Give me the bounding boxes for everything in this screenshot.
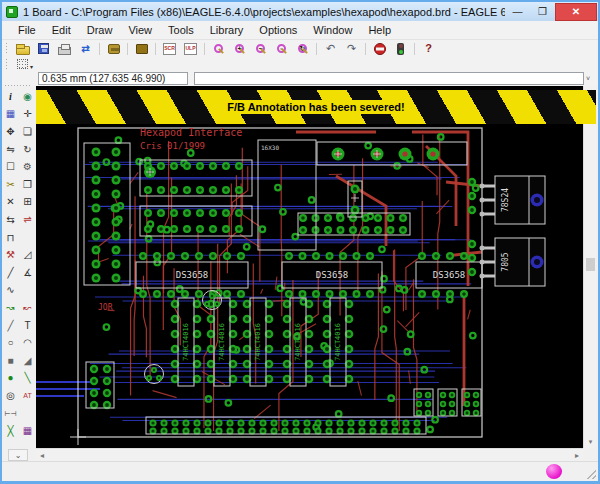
run-ulp-icon: ULP [184, 43, 197, 55]
zoom-select-button[interactable]: ▫ [271, 41, 292, 56]
tool-palette: i◉▦✛✥❏⇋↻☐⚙✂❐✕⊞⇆⇌⊓⚒◿╱∡∿↝↜╱T○◠■◢●╲◎AT⊢⊣╳▦ [2, 88, 36, 448]
tool-gateswap[interactable]: ⇌ [20, 212, 36, 227]
script-button[interactable]: SCR [159, 41, 180, 56]
tool-cut[interactable]: ✂ [3, 177, 19, 192]
tool-display[interactable]: ▦ [3, 107, 19, 122]
tool-miter[interactable]: ◿ [20, 248, 36, 263]
zoom-fit-button[interactable] [208, 41, 229, 56]
menu-item-edit[interactable]: Edit [44, 22, 79, 38]
warning-banner: F/B Annotation has been severed! [36, 90, 596, 124]
redo-button[interactable]: ↷ [341, 41, 362, 56]
tool-circle[interactable]: ○ [3, 336, 19, 351]
vertical-scroll-thumb[interactable] [586, 258, 595, 271]
window-title: 1 Board - C:\Program Files (x86)\EAGLE-6… [23, 6, 505, 18]
toolbar-drag-handle[interactable] [5, 42, 9, 55]
save-button[interactable] [33, 41, 54, 56]
tool-group[interactable]: ☐ [3, 160, 19, 175]
scroll-down-arrow[interactable]: ▾ [584, 435, 597, 448]
tool-route[interactable]: ↝ [3, 300, 19, 315]
toolbar-separator [99, 43, 100, 55]
stop-button[interactable] [369, 41, 390, 56]
status-indicator [546, 464, 562, 479]
palette-drag-handle[interactable] [4, 84, 32, 87]
tool-hole[interactable]: ◎ [3, 388, 19, 403]
close-button[interactable]: ✕ [555, 3, 597, 21]
tool-move[interactable]: ✥ [3, 124, 19, 139]
menu-item-tools[interactable]: Tools [160, 22, 202, 38]
board-canvas[interactable]: DS3658DS3658DS365874HCT401674HCT401674HC… [36, 86, 583, 448]
zoom-redraw-button[interactable]: ↻ [292, 41, 313, 56]
tool-add[interactable]: ⊞ [20, 195, 36, 210]
menu-item-draw[interactable]: Draw [79, 22, 121, 38]
command-input[interactable] [194, 72, 584, 85]
menu-item-help[interactable]: Help [360, 22, 399, 38]
tool-wire[interactable]: ╱ [3, 318, 19, 333]
zoom-in-icon: + [235, 44, 244, 53]
tool-info[interactable]: i [3, 89, 19, 104]
tool-dimension[interactable]: ⊢⊣ [3, 406, 19, 421]
maximize-button[interactable]: ❐ [530, 3, 555, 20]
tool-polygon[interactable]: ◢ [20, 353, 36, 368]
print-button[interactable] [54, 41, 75, 56]
redo-icon: ↷ [347, 43, 356, 54]
tool-paste[interactable]: ❐ [20, 177, 36, 192]
save-icon [38, 43, 49, 54]
zoom-out-button[interactable]: − [250, 41, 271, 56]
tool-ratsnest[interactable]: ╳ [3, 424, 19, 439]
cam-button[interactable] [103, 41, 124, 56]
tool-auto[interactable]: ▦ [20, 424, 36, 439]
export-button[interactable]: ⇄ [75, 41, 96, 56]
tool-signal[interactable]: ╲ [20, 371, 36, 386]
tool-optimize[interactable]: ∡ [20, 265, 36, 280]
tool-rect[interactable]: ■ [3, 353, 19, 368]
tool-text[interactable]: T [20, 318, 36, 333]
menu-item-window[interactable]: Window [305, 22, 360, 38]
tool-pinswap[interactable]: ⇆ [3, 212, 19, 227]
zoom-select-icon: ▫ [277, 44, 286, 53]
scroll-left-arrow[interactable]: ◂ [40, 451, 44, 460]
minimize-button[interactable]: — [505, 3, 530, 20]
grid-button[interactable] [12, 57, 33, 72]
help-button[interactable]: ? [418, 41, 439, 56]
command-dropdown-arrow[interactable]: ˅ [582, 73, 594, 84]
menu-item-view[interactable]: View [120, 22, 160, 38]
tool-mirror[interactable]: ⇋ [3, 142, 19, 157]
tool-attribute[interactable]: AT [20, 388, 36, 403]
tool-delete[interactable]: ✕ [3, 195, 19, 210]
status-bar [2, 461, 598, 481]
titlebar[interactable]: 1 Board - C:\Program Files (x86)\EAGLE-6… [2, 2, 598, 21]
undo-button[interactable]: ↶ [320, 41, 341, 56]
vertical-scrollbar[interactable]: ▴ ▾ [583, 86, 596, 448]
toolbar: ⇄SCRULP+−▫↻↶↷? [2, 40, 598, 57]
resize-grip[interactable] [586, 469, 596, 479]
run-ulp-button[interactable]: ULP [180, 41, 201, 56]
tool-mark[interactable]: ✛ [20, 107, 36, 122]
go-icon [397, 43, 404, 55]
tool-copy[interactable]: ❏ [20, 124, 36, 139]
tool-smash[interactable]: ⚒ [3, 248, 19, 263]
tool-ripup[interactable]: ↜ [20, 300, 36, 315]
go-button[interactable] [390, 41, 411, 56]
tool-change[interactable]: ⚙ [20, 160, 36, 175]
palette-more-button[interactable]: ⌄ [8, 449, 28, 461]
tool-arc[interactable]: ◠ [20, 336, 36, 351]
library-button[interactable] [131, 41, 152, 56]
svg-text:74HCT4016: 74HCT4016 [182, 323, 190, 361]
tool-lock[interactable]: ⊓ [3, 230, 19, 245]
scroll-right-arrow[interactable]: ▸ [575, 451, 579, 460]
palette-spacer [20, 283, 36, 298]
tool-via[interactable]: ● [3, 371, 19, 386]
tool-split[interactable]: ╱ [3, 265, 19, 280]
library-icon [136, 44, 148, 54]
horizontal-scrollbar[interactable]: ◂ ▸ [36, 448, 583, 461]
tool-meander[interactable]: ∿ [3, 283, 19, 298]
menu-item-library[interactable]: Library [202, 22, 252, 38]
menu-item-options[interactable]: Options [251, 22, 305, 38]
open-button[interactable] [12, 41, 33, 56]
tool-show[interactable]: ◉ [20, 89, 36, 104]
zoom-out-icon: − [256, 44, 265, 53]
grid-toolbar-drag-handle[interactable] [5, 58, 9, 71]
tool-rotate[interactable]: ↻ [20, 142, 36, 157]
zoom-in-button[interactable]: + [229, 41, 250, 56]
menu-item-file[interactable]: File [10, 22, 44, 38]
